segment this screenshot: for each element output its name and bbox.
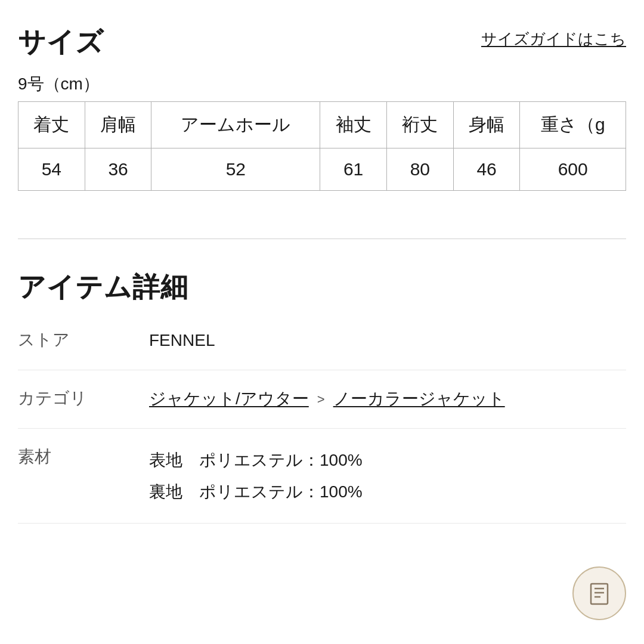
cell-袖丈: 61	[320, 148, 387, 191]
size-section-title: サイズ	[18, 24, 104, 61]
cell-裄丈: 80	[386, 148, 453, 191]
material-value: 表地 ポリエステル：100% 裏地 ポリエステル：100%	[149, 444, 626, 507]
size-table: 着丈 肩幅 アームホール 袖丈 裄丈 身幅 重さ（g 54 36 52 61 8…	[18, 101, 626, 191]
material-line-1: 表地 ポリエステル：100%	[149, 444, 626, 476]
cell-肩幅: 36	[85, 148, 151, 191]
material-row: 素材 表地 ポリエステル：100% 裏地 ポリエステル：100%	[18, 429, 626, 524]
details-header-row: アイテム詳細	[18, 269, 626, 312]
store-value: FENNEL	[149, 327, 626, 354]
col-header-裄丈: 裄丈	[386, 102, 453, 148]
size-header: サイズ サイズガイドはこち	[18, 24, 626, 61]
svg-rect-0	[591, 584, 608, 604]
cell-アームホール: 52	[151, 148, 320, 191]
cell-身幅: 46	[453, 148, 520, 191]
store-row: ストア FENNEL	[18, 312, 626, 370]
table-row: 54 36 52 61 80 46 600	[18, 148, 626, 191]
category-value: ジャケット/アウター > ノーカラージャケット	[149, 386, 626, 413]
details-section: アイテム詳細 ストア FENNEL カテゴリ ジャケット/アウター > ノーカラ…	[18, 269, 626, 524]
col-header-アームホール: アームホール	[151, 102, 320, 148]
category-label: カテゴリ	[18, 386, 149, 410]
size-guide-link[interactable]: サイズガイドはこち	[481, 24, 626, 49]
table-header-row: 着丈 肩幅 アームホール 袖丈 裄丈 身幅 重さ（g	[18, 102, 626, 148]
section-divider	[18, 239, 626, 239]
bottom-icon-area[interactable]	[572, 566, 626, 620]
category-link-2[interactable]: ノーカラージャケット	[333, 386, 505, 413]
size-label: 9号（cm）	[18, 73, 626, 95]
material-label: 素材	[18, 444, 149, 468]
col-header-身幅: 身幅	[453, 102, 520, 148]
category-row-wrapper: カテゴリ ジャケット/アウター > ノーカラージャケット	[18, 370, 626, 429]
icon-circle[interactable]	[572, 566, 626, 620]
size-section: サイズ サイズガイドはこち 9号（cm） 着丈 肩幅 アームホール 袖丈 裄丈 …	[18, 24, 626, 209]
col-header-着丈: 着丈	[18, 102, 85, 148]
col-header-袖丈: 袖丈	[320, 102, 387, 148]
cell-重さ: 600	[520, 148, 626, 191]
col-header-肩幅: 肩幅	[85, 102, 151, 148]
col-header-重さ: 重さ（g	[520, 102, 626, 148]
category-link-1[interactable]: ジャケット/アウター	[149, 386, 309, 413]
material-line-2: 裏地 ポリエステル：100%	[149, 476, 626, 507]
cell-着丈: 54	[18, 148, 85, 191]
details-section-title: アイテム詳細	[18, 269, 188, 306]
category-arrow-icon: >	[317, 389, 325, 410]
store-label: ストア	[18, 327, 149, 351]
bookmark-icon	[586, 580, 612, 606]
